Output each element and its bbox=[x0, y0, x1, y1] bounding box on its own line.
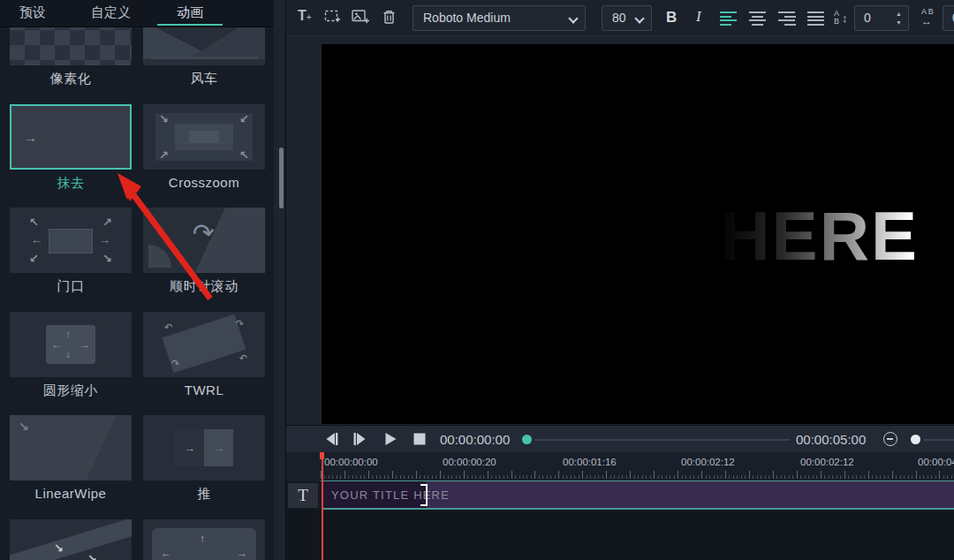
anim-item-twrl[interactable]: ↶ ↷ ↷ ↶ TWRL bbox=[143, 312, 265, 397]
anim-item-label: 圆形缩小 bbox=[10, 382, 132, 399]
curved-arrow-icon: ↷ bbox=[236, 319, 244, 329]
anim-item-crosszoom[interactable]: ↘ ↙ ↗ ↖ Crosszoom bbox=[143, 104, 265, 190]
active-tab-underline bbox=[157, 24, 223, 26]
title-clip[interactable]: YOUR TITLE HERE bbox=[322, 481, 954, 510]
line-spacing-value: 0 bbox=[864, 11, 871, 25]
current-time: 00:00:00:00 bbox=[440, 432, 510, 447]
bold-button[interactable]: B bbox=[666, 9, 677, 26]
duration-time: 00:00:05:00 bbox=[796, 432, 866, 447]
anim-item-pixelate[interactable]: 像素化 bbox=[10, 27, 132, 87]
align-left-button[interactable] bbox=[720, 11, 738, 26]
preview-area: YOUR TITLE HERE bbox=[286, 36, 954, 425]
anim-item-diagonal[interactable]: ↘ ↘ bbox=[10, 519, 132, 560]
font-family-value: Roboto Medium bbox=[423, 11, 511, 25]
arrow-icon: ↙ bbox=[239, 113, 249, 125]
arrow-icon: ↓ bbox=[65, 349, 71, 359]
playhead-line[interactable] bbox=[322, 452, 323, 560]
arrow-icon: ↘ bbox=[54, 542, 64, 554]
diagonal-thumbnail: ↘ ↘ bbox=[10, 519, 132, 560]
panel-scrollbar-thumb[interactable] bbox=[279, 148, 284, 208]
anim-item-label: TWRL bbox=[143, 382, 265, 397]
ruler-label: 00:00:01:16 bbox=[563, 457, 617, 467]
push-thumbnail: → → bbox=[143, 415, 265, 481]
ruler-label: 00:00:00:00 bbox=[324, 457, 378, 467]
right-arrow-icon: → bbox=[24, 131, 37, 144]
anim-item-label: 顺时针滚动 bbox=[143, 278, 265, 295]
arrow-icon: ↑ bbox=[200, 534, 205, 544]
letter-spacing-arrow-icon: ↔ bbox=[921, 15, 932, 27]
font-size-value: 80 bbox=[612, 11, 626, 25]
line-spacing-input[interactable]: 0 ▲▼ bbox=[854, 5, 909, 31]
stepper-arrows-icon[interactable]: ▲▼ bbox=[896, 10, 902, 27]
doorway-thumbnail: ↖ ↗ ← → ↙ ↘ bbox=[10, 208, 132, 273]
text-toolbar: T+ Roboto Medium 80 B I bbox=[286, 0, 954, 36]
arrow-icon: ↖ bbox=[29, 216, 39, 228]
animation-grid: 像素化 ↻ 风车 → 抹去 ↘ ↙ ↗ bbox=[0, 27, 274, 560]
seek-track[interactable] bbox=[534, 439, 790, 441]
tab-animation[interactable]: 动画 bbox=[177, 4, 203, 21]
seek-handle[interactable] bbox=[522, 435, 532, 444]
anim-item-doorway[interactable]: ↖ ↗ ← → ↙ ↘ 门口 bbox=[10, 208, 132, 295]
play-button[interactable] bbox=[384, 432, 398, 446]
line-spacing-icon: AB bbox=[834, 10, 839, 26]
arrow-icon: ↙ bbox=[29, 253, 39, 264]
tab-presets[interactable]: 预设 bbox=[19, 4, 46, 21]
timeline-zoom-out-button[interactable] bbox=[883, 432, 897, 446]
add-textbox-button[interactable] bbox=[324, 10, 341, 25]
arrow-icon: → bbox=[99, 234, 110, 246]
ruler-ticks bbox=[321, 470, 954, 480]
add-image-button[interactable] bbox=[352, 10, 370, 25]
font-family-select[interactable]: Roboto Medium bbox=[413, 5, 586, 31]
linearwipe-thumbnail: ↘ bbox=[10, 415, 132, 481]
previous-frame-button[interactable] bbox=[324, 432, 339, 446]
pixelate-thumbnail bbox=[10, 27, 132, 65]
animation-panel: 预设 自定义 动画 像素化 ↻ 风车 → 抹去 bbox=[0, 0, 274, 560]
add-text-button[interactable]: T+ bbox=[298, 8, 312, 24]
delete-button[interactable] bbox=[382, 10, 396, 25]
arrow-icon: ← bbox=[51, 339, 62, 350]
pinwheel-thumbnail: ↻ bbox=[143, 27, 265, 65]
anim-item-wipe[interactable]: → 抹去 bbox=[10, 104, 132, 192]
letter-spacing-input[interactable]: 0 bbox=[943, 5, 954, 31]
anim-item-linearwipe[interactable]: ↘ LinearWipe bbox=[10, 415, 132, 501]
align-justify-button[interactable] bbox=[807, 11, 825, 26]
curved-arrow-icon: ↷ bbox=[191, 218, 216, 247]
arrow-icon: → bbox=[184, 443, 195, 454]
anim-item-label: 门口 bbox=[10, 278, 132, 295]
chevron-down-icon bbox=[634, 13, 644, 23]
anim-item-clockwise-roll[interactable]: ↷ 顺时针滚动 bbox=[143, 208, 265, 295]
align-right-button[interactable] bbox=[778, 11, 796, 26]
next-frame-button[interactable] bbox=[352, 432, 367, 446]
panel-tabbar: 预设 自定义 动画 bbox=[0, 0, 274, 27]
wipe-thumbnail: → bbox=[10, 104, 132, 170]
anim-item-label: LinearWipe bbox=[10, 486, 132, 501]
anim-item-label: Crosszoom bbox=[143, 175, 265, 190]
animation-end-handle[interactable] bbox=[420, 484, 428, 506]
arrow-icon: ↘ bbox=[159, 113, 169, 125]
anim-item-pinwheel[interactable]: ↻ 风车 bbox=[143, 27, 265, 87]
anim-item-expand[interactable]: ↑ ← → bbox=[143, 519, 265, 560]
main-area: T+ Roboto Medium 80 B I bbox=[285, 0, 954, 560]
text-track-header: T bbox=[287, 482, 319, 509]
preview-title-text[interactable]: YOUR TITLE HERE bbox=[322, 196, 919, 276]
timeline-zoom-handle[interactable] bbox=[911, 435, 920, 444]
font-size-select[interactable]: 80 bbox=[602, 5, 652, 31]
anim-item-label: 像素化 bbox=[10, 71, 132, 87]
tab-custom[interactable]: 自定义 bbox=[91, 4, 131, 21]
timeline-ruler[interactable]: 00:00:00:00 00:00:00:20 00:00:01:16 00:0… bbox=[286, 452, 954, 481]
anim-item-circular-shrink[interactable]: ↑ ↓ ← → 圆形缩小 bbox=[10, 312, 132, 399]
clip-title-text: YOUR TITLE HERE bbox=[331, 488, 450, 502]
arrow-icon: ↗ bbox=[102, 216, 112, 228]
anim-item-push[interactable]: → → 推 bbox=[143, 415, 265, 503]
twrl-thumbnail: ↶ ↷ ↷ ↶ bbox=[143, 312, 265, 377]
playback-bar: 00:00:00:00 00:00:05:00 bbox=[286, 425, 954, 452]
ruler-label: 00:00:00:20 bbox=[443, 457, 496, 467]
arrow-icon: ↘ bbox=[87, 553, 97, 560]
ruler-label: 00:00:02:12 bbox=[681, 457, 735, 467]
preview-canvas: YOUR TITLE HERE bbox=[322, 44, 954, 424]
italic-button[interactable]: I bbox=[696, 8, 701, 26]
clockwise-roll-thumbnail: ↷ bbox=[143, 208, 265, 273]
stop-button[interactable] bbox=[413, 433, 426, 445]
line-spacing-arrow-icon: ↕ bbox=[842, 11, 848, 25]
align-center-button[interactable] bbox=[749, 11, 767, 26]
